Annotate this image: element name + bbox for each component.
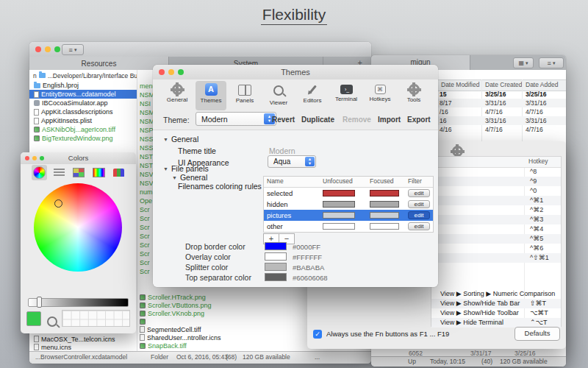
duplicate-button[interactable]: Duplicate <box>301 116 334 124</box>
focused-swatch[interactable] <box>370 190 399 197</box>
hotkey-row[interactable]: ^⌘6 <box>431 244 561 253</box>
hotkey-column-header[interactable]: Hotkey <box>431 157 561 168</box>
edit-button[interactable]: edit <box>408 211 430 219</box>
zoom-button[interactable] <box>178 69 184 75</box>
fn-keys-checkbox[interactable] <box>313 330 322 339</box>
grid-view-button[interactable] <box>513 57 534 68</box>
window-controls[interactable] <box>25 156 44 160</box>
status-free-space: 120 GB available <box>500 357 548 366</box>
hotkey-row[interactable]: ^⌘5 <box>431 234 561 244</box>
column-date-modified[interactable]: Date Modified <box>441 80 479 90</box>
unfocused-swatch[interactable] <box>323 212 355 219</box>
remove-button[interactable]: Remove <box>343 116 371 124</box>
column-date-added[interactable]: Date Added <box>526 80 558 90</box>
unfocused-swatch[interactable] <box>323 190 355 197</box>
close-button[interactable] <box>35 46 41 52</box>
hotkey-row[interactable]: ^⇧⌘1 <box>431 253 561 263</box>
toolbar-item-editors[interactable]: Editors <box>297 81 328 110</box>
color-wheel[interactable] <box>34 183 122 272</box>
color-picker-crosshair[interactable] <box>54 199 62 208</box>
sliders-tab[interactable] <box>52 166 66 178</box>
menu-action-row[interactable]: View ▶ Show/Hide Toolbar ⌥⌘T <box>431 308 561 318</box>
image-icon <box>140 343 146 349</box>
breadcrumb[interactable]: n ...Developer/Library/Interface Builder <box>29 70 137 81</box>
minimize-button[interactable] <box>45 46 51 52</box>
ui-appearance-select[interactable]: Aqua <box>268 155 316 168</box>
hotkey-value: ^⌘1 <box>530 197 543 204</box>
toolbar-item-panels[interactable]: Panels <box>229 81 260 110</box>
window-controls[interactable] <box>35 46 60 52</box>
defaults-button[interactable]: Defaults <box>514 327 560 341</box>
focused-swatch[interactable] <box>370 201 399 208</box>
tab-resources[interactable]: Resources <box>29 57 169 70</box>
menu-action-row[interactable]: View ▶ Sorting ▶ Numeric Comparison <box>431 289 561 299</box>
list-item[interactable]: AppKitInsets.plist <box>29 116 137 125</box>
list-item[interactable]: MacOSX_Te...telcon.icns <box>29 335 137 343</box>
edit-button[interactable]: edit <box>408 200 430 208</box>
palette-icon <box>73 168 85 177</box>
brightness-slider[interactable] <box>28 298 129 307</box>
brightness-slider-knob[interactable] <box>37 297 42 308</box>
zoom-button[interactable] <box>54 46 60 52</box>
hotkey-row[interactable]: ^⌘1 <box>431 196 561 205</box>
close-button[interactable] <box>159 69 165 75</box>
table-row[interactable]: other edit <box>264 221 433 232</box>
list-item[interactable]: BigTexturedWindow.png <box>29 134 137 143</box>
splitter-color-swatch[interactable] <box>265 263 287 271</box>
tree-node-general[interactable]: General <box>163 135 198 144</box>
hotkey-row[interactable]: ^0 <box>431 186 561 196</box>
swatch-grid[interactable] <box>62 310 130 327</box>
magnifier-icon[interactable] <box>47 314 57 327</box>
list-view-button[interactable] <box>539 57 564 68</box>
color-wheel-tab[interactable] <box>32 165 47 180</box>
list-item[interactable]: English.lproj <box>29 81 137 90</box>
list-item[interactable]: menu.icns <box>29 343 137 351</box>
hotkey-row[interactable]: ^⌘2 <box>431 205 561 215</box>
hotkey-row[interactable]: ^8 <box>431 167 561 177</box>
current-color-swatch[interactable] <box>26 311 41 326</box>
tree-node-general-2[interactable]: General <box>172 173 207 182</box>
hotkey-row[interactable]: ^⌘3 <box>431 215 561 224</box>
revert-button[interactable]: Revert <box>272 116 295 124</box>
top-separator-color-swatch[interactable] <box>265 273 287 281</box>
import-button[interactable]: Import <box>378 116 401 124</box>
crayons-tab[interactable] <box>112 167 126 178</box>
column-date-created[interactable]: Date Created <box>485 80 523 90</box>
list-item[interactable]: ASKNibObj...agerIcon.tiff <box>29 125 137 134</box>
list-item[interactable]: AppKit.classdescriptions <box>29 107 137 116</box>
menu-action-row[interactable]: View ▶ Show/Hide Tab Bar ⇧⌘T <box>431 299 561 308</box>
focused-swatch[interactable] <box>370 212 399 219</box>
palette-tab[interactable] <box>71 166 86 179</box>
export-button[interactable]: Export <box>407 116 431 124</box>
toolbar-item-terminal[interactable]: Terminal <box>331 81 362 110</box>
unfocused-swatch[interactable] <box>323 201 355 208</box>
unfocused-swatch[interactable] <box>323 223 355 230</box>
toolbar-item-viewer[interactable]: Viewer <box>263 81 294 110</box>
minimize-button[interactable] <box>168 69 174 75</box>
table-row[interactable]: hidden edit <box>264 199 433 210</box>
edit-button[interactable]: edit <box>408 222 430 230</box>
focused-swatch[interactable] <box>370 223 399 230</box>
hotkey-row[interactable]: ^⌘4 <box>431 224 561 234</box>
toolbar-item-tools[interactable]: Tools <box>398 81 429 110</box>
drop-border-color-swatch[interactable] <box>265 242 287 250</box>
close-button[interactable] <box>25 156 29 160</box>
edit-button[interactable]: edit <box>408 189 430 197</box>
window-controls[interactable] <box>159 69 184 75</box>
image-icon <box>34 127 40 132</box>
hotkey-row[interactable]: ^9 <box>431 177 561 186</box>
table-row-selected[interactable]: pictures edit <box>264 210 433 221</box>
spectrum-tab[interactable] <box>91 166 107 179</box>
toolbar-item-themes[interactable]: Themes <box>196 81 226 110</box>
overlay-color-swatch[interactable] <box>265 252 287 261</box>
list-item-selected[interactable]: EntityBrows...cdatamodel <box>29 90 137 99</box>
toolbar-item-general[interactable]: General <box>162 81 193 110</box>
list-item[interactable]: IBCocoaSimulator.app <box>29 99 137 107</box>
view-mode-button[interactable] <box>62 44 84 55</box>
theme-select[interactable]: Modern <box>196 112 276 126</box>
toolbar-item-hotkeys[interactable]: Hotkeys <box>365 81 395 110</box>
tree-node-file-panels[interactable]: File panels <box>163 164 209 173</box>
table-row[interactable]: selected edit <box>264 188 433 199</box>
zoom-button[interactable] <box>40 156 44 160</box>
minimize-button[interactable] <box>32 156 37 160</box>
